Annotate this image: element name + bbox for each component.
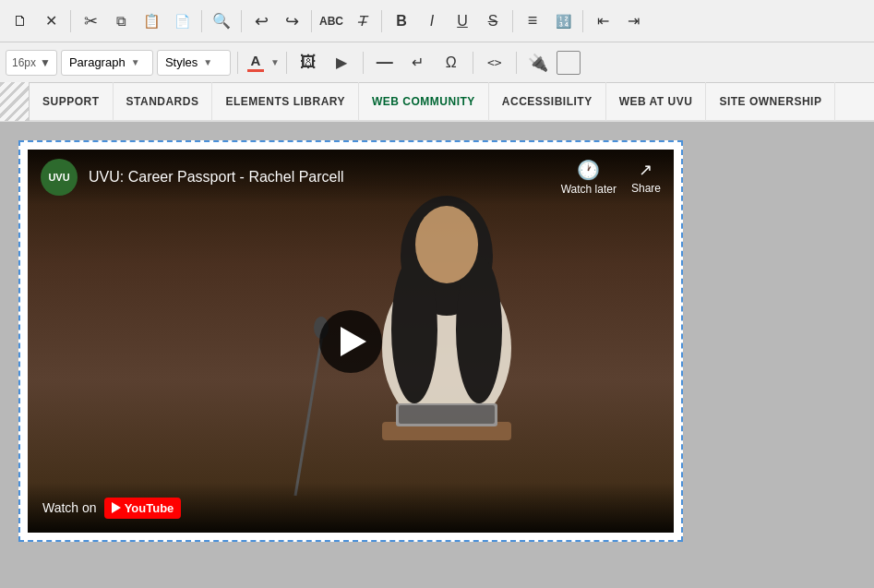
video-embed[interactable]: UVU UVU: Career Passport - Rachel Parcel… — [28, 150, 674, 533]
sep4 — [311, 10, 312, 32]
text-color-button[interactable]: A — [245, 50, 267, 75]
paste-text-icon[interactable]: 📄 — [167, 6, 197, 36]
copy-icon[interactable]: ⧉ — [106, 6, 136, 36]
font-size-select[interactable]: 16px ▼ — [6, 50, 57, 76]
nav-accessibility[interactable]: ACCESSIBILITY — [489, 82, 606, 121]
svg-point-5 — [415, 206, 478, 283]
svg-rect-8 — [399, 405, 495, 424]
find-icon[interactable]: 🔍 — [207, 6, 236, 36]
share-button[interactable]: ↗ Share — [631, 160, 661, 195]
spell-check-icon[interactable]: ABC — [317, 6, 346, 36]
source-code-icon[interactable]: <> — [480, 48, 509, 78]
undo-group: ↩ ↪ — [246, 6, 306, 36]
file-group: 🗋 ✕ — [6, 6, 66, 36]
yt-bottom-bar: Watch on YouTube — [28, 483, 674, 533]
watch-later-button[interactable]: 🕐 Watch later — [561, 159, 617, 196]
italic-icon[interactable]: I — [417, 6, 447, 36]
sep2 — [201, 10, 202, 32]
font-size-chevron: ▼ — [40, 56, 51, 69]
styles-chevron: ▼ — [203, 57, 212, 67]
watch-later-icon: 🕐 — [577, 159, 600, 181]
sep10 — [363, 52, 364, 74]
indent-group: ⇤ ⇥ — [588, 6, 648, 36]
clipboard-group: ✂ ⧉ 📋 📄 — [76, 6, 197, 36]
nav-standards[interactable]: STANDARDS — [114, 82, 213, 121]
redo-icon[interactable]: ↪ — [277, 6, 306, 36]
file-icon[interactable]: 🗋 — [6, 6, 35, 36]
play-button[interactable] — [319, 310, 382, 373]
undo-icon[interactable]: ↩ — [246, 6, 276, 36]
sep11 — [473, 52, 473, 74]
nav-web-community[interactable]: WEB COMMUNITY — [359, 82, 489, 121]
sep5 — [381, 10, 382, 32]
outdent-icon[interactable]: ⇤ — [588, 6, 617, 36]
content-area: UVU UVU: Career Passport - Rachel Parcel… — [0, 122, 874, 588]
styles-label: Styles — [165, 55, 198, 69]
insert-media-icon[interactable]: ▶ — [327, 48, 356, 78]
format-group: ABC T̶ — [317, 6, 377, 36]
sep6 — [512, 10, 513, 32]
paragraph-label: Paragraph — [69, 55, 126, 69]
paragraph-select[interactable]: Paragraph ▼ — [61, 50, 153, 76]
indent-icon[interactable]: ⇥ — [618, 6, 648, 36]
youtube-label: YouTube — [125, 501, 174, 515]
maximize-icon[interactable] — [557, 51, 581, 75]
paragraph-chevron: ▼ — [131, 57, 140, 67]
omega-icon[interactable]: Ω — [437, 48, 466, 78]
nav-web-at-uvu[interactable]: WEB AT UVU — [606, 82, 707, 121]
youtube-button[interactable]: YouTube — [104, 498, 182, 519]
sep12 — [516, 52, 517, 74]
insert-image-icon[interactable]: 🖼 — [293, 48, 323, 78]
horizontal-line-icon[interactable]: — — [370, 48, 400, 78]
text-color-letter: A — [251, 53, 261, 68]
plugin-icon[interactable]: 🔌 — [523, 48, 553, 78]
watch-later-label: Watch later — [561, 183, 617, 196]
text-format-group: B I U S — [387, 6, 508, 36]
sep9 — [286, 52, 287, 74]
nav-site-ownership[interactable]: SITE OWNERSHIP — [706, 82, 835, 121]
sep3 — [241, 10, 242, 32]
yt-actions: 🕐 Watch later ↗ Share — [561, 159, 661, 196]
font-size-value: 16px — [12, 56, 36, 69]
styles-select[interactable]: Styles ▼ — [157, 50, 231, 76]
paste-icon[interactable]: 📋 — [137, 6, 166, 36]
yt-header: UVU UVU: Career Passport - Rachel Parcel… — [28, 150, 674, 205]
underline-icon[interactable]: U — [448, 6, 477, 36]
sep7 — [582, 10, 583, 32]
uvu-logo: UVU — [41, 159, 78, 196]
numbered-list-icon[interactable]: 🔢 — [548, 6, 578, 36]
nav-bar: SUPPORT STANDARDS ELEMENTS LIBRARY WEB C… — [0, 83, 874, 122]
yt-play-icon — [112, 502, 121, 513]
text-color-chevron[interactable]: ▼ — [270, 57, 280, 67]
video-title: UVU: Career Passport - Rachel Parcell — [89, 169, 561, 186]
special-char-icon[interactable]: ↵ — [403, 48, 433, 78]
watch-on-label: Watch on — [42, 500, 97, 515]
toolbar-2: 16px ▼ Paragraph ▼ Styles ▼ A ▼ 🖼 ▶ — ↵ … — [0, 42, 874, 83]
list-group: ≡ 🔢 — [518, 6, 578, 36]
play-triangle-icon — [341, 327, 366, 356]
nav-support[interactable]: SUPPORT — [30, 82, 114, 121]
share-icon: ↗ — [639, 160, 653, 180]
remove-format-icon[interactable]: T̶ — [347, 6, 377, 36]
strikethrough-icon[interactable]: S — [478, 6, 508, 36]
nav-stripe — [0, 82, 30, 121]
bullet-list-icon[interactable]: ≡ — [518, 6, 547, 36]
bold-icon[interactable]: B — [387, 6, 416, 36]
nav-items: SUPPORT STANDARDS ELEMENTS LIBRARY WEB C… — [30, 82, 835, 121]
sep8 — [237, 52, 238, 74]
nav-elements-library[interactable]: ELEMENTS LIBRARY — [212, 82, 359, 121]
close-icon[interactable]: ✕ — [36, 6, 66, 36]
cut-icon[interactable]: ✂ — [76, 6, 105, 36]
toolbar-1: 🗋 ✕ ✂ ⧉ 📋 📄 🔍 ↩ ↪ ABC T̶ B I U S ≡ 🔢 ⇤ ⇥ — [0, 0, 874, 42]
sep1 — [70, 10, 71, 32]
text-color-bar — [247, 69, 264, 72]
svg-line-9 — [295, 330, 323, 496]
share-label: Share — [631, 182, 661, 195]
video-wrapper: UVU UVU: Career Passport - Rachel Parcel… — [18, 140, 683, 542]
